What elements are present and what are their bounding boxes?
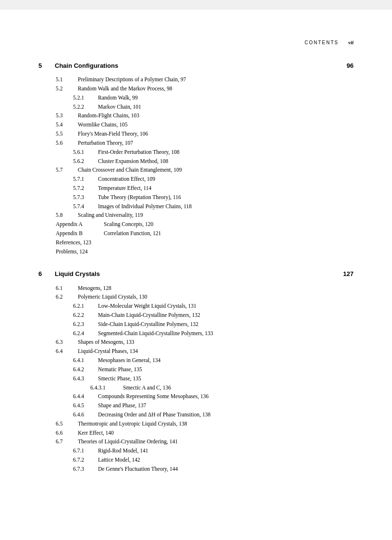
entry-number: 6.4.6: [73, 411, 98, 419]
chapter-6-title-row: 6Liquid Crystals127: [38, 269, 354, 279]
entry-text: Random-Flight Chains, 103: [78, 112, 354, 120]
entry-text: Smectic A and C, 136: [123, 384, 354, 392]
entry-text: Cluster Expansion Method, 108: [98, 157, 354, 166]
toc-entry: 6.4.6Decreasing Order and ΔH of Phase Tr…: [73, 411, 354, 419]
toc-entry: 5.6.2Cluster Expansion Method, 108: [73, 157, 354, 166]
toc-entry: 5.5Flory's Mean-Field Theory, 106: [56, 130, 354, 138]
chapter-6-title: Liquid Crystals: [55, 269, 100, 279]
entry-text: Thermotropic and Lyotropic Liquid Crysta…: [78, 420, 354, 428]
toc-entry: 5.7.1Concentration Effect, 109: [73, 175, 354, 184]
entry-number: 5.7.4: [73, 202, 98, 211]
entry-text: Shapes of Mesogens, 133: [78, 338, 354, 347]
toc-entry: 5.6Perturbation Theory, 107: [56, 139, 354, 148]
header-page-number: vii: [348, 38, 354, 47]
appendix-label: Appendix A: [56, 220, 104, 229]
toc-entry: 6.7.2Lattice Model, 142: [73, 456, 354, 465]
toc-entry: 6.7.1Rigid-Rod Model, 141: [73, 447, 354, 455]
entry-text: Segmented-Chain Liquid-Crystalline Polym…: [98, 329, 354, 338]
toc-entry: 6.7Theories of Liquid-Crystalline Orderi…: [56, 438, 354, 446]
entry-text: Tube Theory (Reptation Theory), 116: [98, 193, 354, 202]
entry-number: 6.4.4: [73, 392, 98, 401]
entry-text: Main-Chain Liquid-Crystalline Polymers, …: [98, 311, 354, 320]
entry-number: 6.2: [56, 293, 78, 301]
entry-number: 6.7: [56, 438, 78, 446]
entry-text: Rigid-Rod Model, 141: [98, 447, 354, 455]
entry-text: Scaling and Universality, 119: [78, 211, 354, 220]
entry-text: Kerr Effect, 140: [78, 429, 354, 438]
toc-entry: 6.6Kerr Effect, 140: [56, 429, 354, 438]
ref-entry: Problems, 124: [56, 248, 354, 256]
ref-entry: References, 123: [56, 239, 354, 247]
entry-text: Perturbation Theory, 107: [78, 139, 354, 148]
entry-text: First-Order Perturbation Theory, 108: [98, 148, 354, 157]
entry-number: 6.4.1: [73, 356, 98, 365]
toc-entry: 5.7Chain Crossover and Chain Entanglemen…: [56, 166, 354, 175]
entry-number: 5.7.2: [73, 184, 98, 193]
entry-text: Markov Chain, 101: [98, 103, 354, 112]
toc-entry: 6.4.2Nematic Phase, 135: [73, 365, 354, 374]
entry-number: 6.7.3: [73, 465, 98, 474]
entry-number: 6.4.3.1: [90, 384, 123, 392]
entry-number: 5.6: [56, 139, 78, 148]
appendix-text: Scaling Concepts, 120: [104, 220, 153, 229]
toc-entry: 5.7.2Temperature Effect, 114: [73, 184, 354, 193]
entry-number: 6.2.2: [73, 311, 98, 320]
entry-number: 6.1: [56, 284, 78, 293]
appendix-text: Correlation Function, 121: [104, 229, 161, 238]
chapter-5-number: 5: [38, 61, 48, 71]
entry-number: 5.2.2: [73, 103, 98, 112]
chapter-6-page: 127: [343, 269, 354, 279]
entry-text: Concentration Effect, 109: [98, 175, 354, 184]
toc-entry: 6.4Liquid-Crystal Phases, 134: [56, 347, 354, 356]
entry-text: Low-Molecular Weight Liquid Crystals, 13…: [98, 302, 354, 311]
entry-number: 5.5: [56, 130, 78, 138]
entry-text: Smectic Phase, 135: [98, 375, 354, 383]
toc-entry: 5.8Scaling and Universality, 119: [56, 211, 354, 220]
toc-entry: 5.1Preliminary Descriptions of a Polymer…: [56, 75, 354, 84]
entry-text: Mesophases in General, 134: [98, 356, 354, 365]
chapter-6: 6Liquid Crystals1276.1Mesogens, 1286.2Po…: [38, 269, 354, 473]
chapter-5-page: 96: [347, 61, 354, 71]
page: CONTENTS vii 5Chain Configurations965.1P…: [0, 10, 392, 540]
entry-number: 5.3: [56, 112, 78, 120]
page-header: CONTENTS vii: [38, 38, 354, 47]
appendix-entry: Appendix A Scaling Concepts, 120: [56, 220, 354, 229]
entry-number: 6.2.4: [73, 329, 98, 338]
toc-entry: 5.6.1First-Order Perturbation Theory, 10…: [73, 148, 354, 157]
entry-number: 6.4.2: [73, 365, 98, 374]
entry-text: Polymeric Liquid Crystals, 130: [78, 293, 354, 301]
entry-number: 6.3: [56, 338, 78, 347]
toc-entry: 6.3Shapes of Mesogens, 133: [56, 338, 354, 347]
entry-text: Shape and Phase, 137: [98, 402, 354, 410]
toc-entry: 6.4.1Mesophases in General, 134: [73, 356, 354, 365]
toc-entry: 6.2.3Side-Chain Liquid-Crystalline Polym…: [73, 320, 354, 329]
header-contents-label: CONTENTS: [305, 39, 339, 47]
entry-number: 5.6.2: [73, 157, 98, 166]
entry-text: Flory's Mean-Field Theory, 106: [78, 130, 354, 138]
entry-number: 5.1: [56, 75, 78, 84]
entry-text: Decreasing Order and ΔH of Phase Transit…: [98, 411, 354, 419]
toc-entry: 6.2Polymeric Liquid Crystals, 130: [56, 293, 354, 301]
toc-entry: 6.7.3De Genne's Fluctuation Theory, 144: [73, 465, 354, 474]
entry-number: 5.6.1: [73, 148, 98, 157]
toc-entry: 6.5Thermotropic and Lyotropic Liquid Cry…: [56, 420, 354, 428]
entry-text: Compounds Representing Some Mesophases, …: [98, 392, 354, 401]
entry-text: Random Walk, 99: [98, 94, 354, 102]
toc-entry: 5.7.3Tube Theory (Reptation Theory), 116: [73, 193, 354, 202]
toc-entry: 5.3Random-Flight Chains, 103: [56, 112, 354, 120]
entry-number: 5.7.1: [73, 175, 98, 184]
entry-text: Side-Chain Liquid-Crystalline Polymers, …: [98, 320, 354, 329]
entry-number: 5.7.3: [73, 193, 98, 202]
entry-number: 5.2: [56, 85, 78, 93]
chapter-5: 5Chain Configurations965.1Preliminary De…: [38, 61, 354, 256]
toc-entry: 6.4.3.1Smectic A and C, 136: [90, 384, 354, 392]
entry-text: Liquid-Crystal Phases, 134: [78, 347, 354, 356]
toc-entry: 5.7.4Images of Individual Polymer Chains…: [73, 202, 354, 211]
entry-number: 6.7.1: [73, 447, 98, 455]
entry-text: Preliminary Descriptions of a Polymer Ch…: [78, 75, 354, 84]
entry-text: Chain Crossover and Chain Entanglement, …: [78, 166, 354, 175]
entry-number: 6.4: [56, 347, 78, 356]
entry-number: 5.7: [56, 166, 78, 175]
entry-number: 6.2.1: [73, 302, 98, 311]
toc-entry: 6.2.2Main-Chain Liquid-Crystalline Polym…: [73, 311, 354, 320]
